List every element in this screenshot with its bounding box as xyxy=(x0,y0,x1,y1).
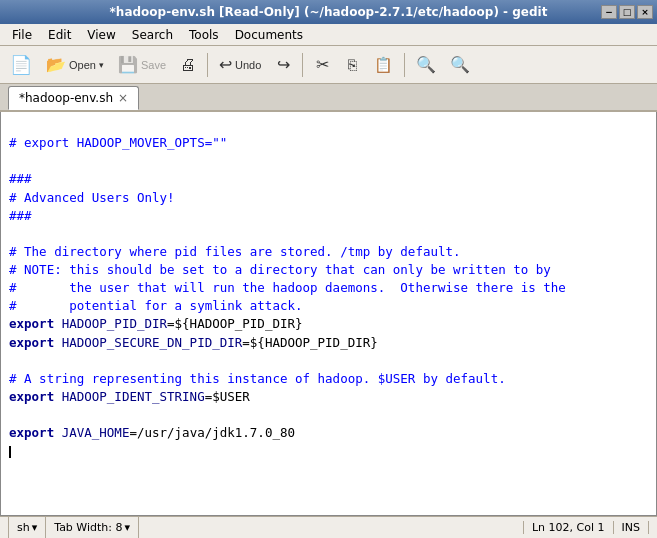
editor-content[interactable]: # export HADOOP_MOVER_OPTS="" ### # Adva… xyxy=(1,112,656,515)
replace-icon: 🔍 xyxy=(450,55,470,74)
copy-icon: ⎘ xyxy=(348,56,357,73)
editor-tab[interactable]: *hadoop-env.sh × xyxy=(8,86,139,110)
undo-button[interactable]: ↩ Undo xyxy=(213,50,267,80)
save-button[interactable]: 💾 Save xyxy=(112,50,172,80)
menu-bar: File Edit View Search Tools Documents xyxy=(0,24,657,46)
save-icon: 💾 xyxy=(118,55,138,74)
menu-search[interactable]: Search xyxy=(124,26,181,44)
toolbar-separator-1 xyxy=(207,53,208,77)
status-right: Ln 102, Col 1 INS xyxy=(523,521,649,534)
print-button[interactable]: 🖨 xyxy=(174,50,202,80)
code-line-10: # potential for a symlink attack. xyxy=(9,298,303,313)
code-line-4: # Advanced Users Only! xyxy=(9,190,175,205)
position-segment: Ln 102, Col 1 xyxy=(523,521,614,534)
close-button[interactable]: × xyxy=(637,5,653,19)
menu-view[interactable]: View xyxy=(79,26,123,44)
tab-width-label: Tab Width: 8 xyxy=(54,521,122,534)
code-line-5: ### xyxy=(9,208,32,223)
print-icon: 🖨 xyxy=(180,56,196,74)
menu-edit[interactable]: Edit xyxy=(40,26,79,44)
code-line-14: # A string representing this instance of… xyxy=(9,371,506,386)
title-bar: *hadoop-env.sh [Read-Only] (~/hadoop-2.7… xyxy=(0,0,657,24)
copy-button[interactable]: ⎘ xyxy=(338,50,366,80)
undo-label: Undo xyxy=(235,59,261,71)
language-segment[interactable]: sh ▾ xyxy=(8,517,46,538)
open-dropdown-arrow: ▾ xyxy=(99,60,104,70)
new-button[interactable]: 📄 xyxy=(4,50,38,80)
toolbar-separator-3 xyxy=(404,53,405,77)
tab-bar: *hadoop-env.sh × xyxy=(0,84,657,112)
find-icon: 🔍 xyxy=(416,55,436,74)
code-line-15: export HADOOP_IDENT_STRING=$USER xyxy=(9,389,250,404)
window-controls: − □ × xyxy=(601,5,653,19)
redo-icon: ↪ xyxy=(277,55,290,74)
cut-icon: ✂ xyxy=(316,55,329,74)
code-line-1: # export HADOOP_MOVER_OPTS="" xyxy=(9,135,227,150)
language-label: sh xyxy=(17,521,30,534)
maximize-button[interactable]: □ xyxy=(619,5,635,19)
code-line-7: # The directory where pid files are stor… xyxy=(9,244,461,259)
menu-tools[interactable]: Tools xyxy=(181,26,227,44)
toolbar: 📄 📂 Open ▾ 💾 Save 🖨 ↩ Undo ↪ ✂ xyxy=(0,46,657,84)
cut-button[interactable]: ✂ xyxy=(308,50,336,80)
status-bar: sh ▾ Tab Width: 8 ▾ Ln 102, Col 1 INS xyxy=(0,516,657,538)
minimize-button[interactable]: − xyxy=(601,5,617,19)
paste-button[interactable]: 📋 xyxy=(368,50,399,80)
menu-file[interactable]: File xyxy=(4,26,40,44)
new-icon: 📄 xyxy=(10,54,32,76)
position-label: Ln 102, Col 1 xyxy=(532,521,605,534)
editor-area: # export HADOOP_MOVER_OPTS="" ### # Adva… xyxy=(0,112,657,516)
paste-icon: 📋 xyxy=(374,56,393,74)
insert-mode-label: INS xyxy=(622,521,640,534)
toolbar-separator-2 xyxy=(302,53,303,77)
tab-width-dropdown-arrow: ▾ xyxy=(125,521,131,534)
open-label: Open xyxy=(69,59,96,71)
app-window: *hadoop-env.sh [Read-Only] (~/hadoop-2.7… xyxy=(0,0,657,538)
code-line-8: # NOTE: this should be set to a director… xyxy=(9,262,551,277)
code-line-11: export HADOOP_PID_DIR=${HADOOP_PID_DIR} xyxy=(9,316,303,331)
code-line-12: export HADOOP_SECURE_DN_PID_DIR=${HADOOP… xyxy=(9,335,378,350)
replace-button[interactable]: 🔍 xyxy=(444,50,476,80)
cursor-line xyxy=(9,443,11,458)
code-line-17: export JAVA_HOME=/usr/java/jdk1.7.0_80 xyxy=(9,425,295,440)
tab-label: *hadoop-env.sh xyxy=(19,91,113,105)
open-icon: 📂 xyxy=(46,55,66,74)
open-button[interactable]: 📂 Open ▾ xyxy=(40,50,110,80)
tab-close-button[interactable]: × xyxy=(118,92,128,104)
undo-icon: ↩ xyxy=(219,55,232,74)
code-line-9: # the user that will run the hadoop daem… xyxy=(9,280,566,295)
redo-button[interactable]: ↪ xyxy=(269,50,297,80)
language-dropdown-arrow: ▾ xyxy=(32,521,38,534)
code-line-3: ### xyxy=(9,171,32,186)
find-button[interactable]: 🔍 xyxy=(410,50,442,80)
save-label: Save xyxy=(141,59,166,71)
tab-width-segment[interactable]: Tab Width: 8 ▾ xyxy=(46,517,139,538)
insert-mode-segment: INS xyxy=(614,521,649,534)
menu-documents[interactable]: Documents xyxy=(227,26,311,44)
window-title: *hadoop-env.sh [Read-Only] (~/hadoop-2.7… xyxy=(110,5,548,19)
